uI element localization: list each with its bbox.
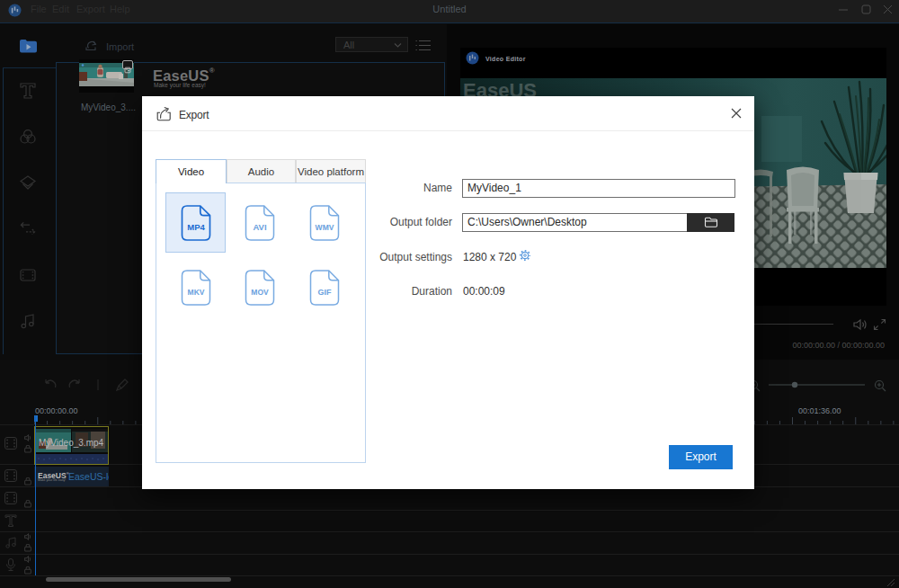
svg-text:GIF: GIF <box>318 288 333 297</box>
svg-text:AVI: AVI <box>253 222 266 232</box>
svg-text:MKV: MKV <box>188 288 205 297</box>
svg-text:MP4: MP4 <box>187 222 205 232</box>
svg-text:MOV: MOV <box>251 288 269 297</box>
svg-text:WMV: WMV <box>316 223 334 232</box>
